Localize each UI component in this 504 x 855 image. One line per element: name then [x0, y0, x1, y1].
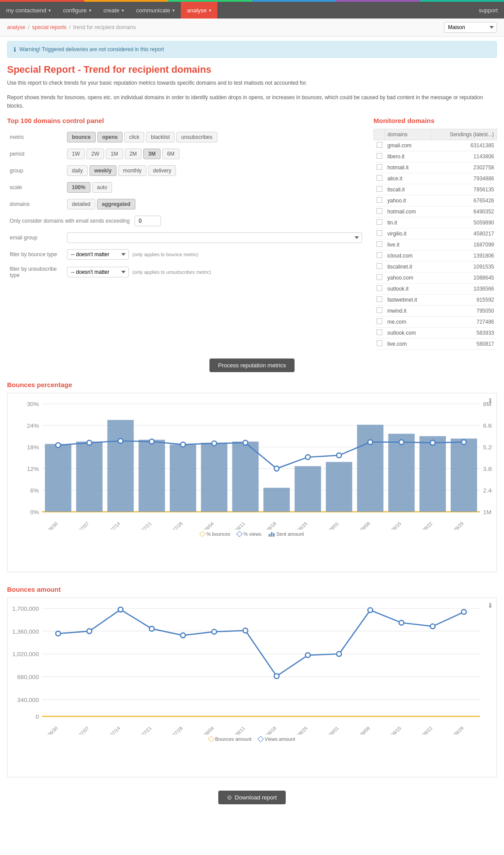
- domain-checkbox-cell[interactable]: [374, 239, 385, 250]
- svg-point-84: [368, 608, 373, 612]
- domain-checkbox-cell[interactable]: [374, 162, 385, 173]
- svg-text:680,000: 680,000: [17, 674, 39, 680]
- period-row: period 1W 2W 1M 2M 3M 6M: [7, 146, 365, 162]
- domain-checkbox-cell[interactable]: [374, 140, 385, 151]
- domains-btn-aggregated[interactable]: aggregated: [97, 199, 135, 209]
- domain-checkbox-cell[interactable]: [374, 327, 385, 338]
- period-btn-2w[interactable]: 2W: [86, 149, 104, 159]
- svg-point-41: [306, 455, 310, 459]
- nav-analyse[interactable]: analyse ▾: [181, 2, 217, 19]
- process-reputation-button[interactable]: Process reputation metrics: [209, 358, 295, 372]
- period-btn-3m[interactable]: 3M: [143, 149, 161, 159]
- svg-text:1,020,000: 1,020,000: [12, 651, 39, 658]
- scale-label: scale: [7, 179, 64, 196]
- metric-btn-blacklist[interactable]: blacklist: [146, 132, 175, 142]
- chart1-download-icon[interactable]: ⬇: [487, 397, 493, 405]
- unsub-filter-row-inner: -- doesn't matter (only applies to unsub…: [67, 267, 362, 277]
- domain-checkbox-cell[interactable]: [374, 195, 385, 206]
- period-btn-2m[interactable]: 2M: [125, 149, 142, 159]
- nav-configure[interactable]: configure ▾: [57, 2, 97, 19]
- metric-btn-click[interactable]: click: [124, 132, 144, 142]
- domain-checkbox-cell[interactable]: [374, 272, 385, 283]
- svg-point-87: [462, 609, 467, 614]
- exceeding-input[interactable]: [134, 216, 161, 226]
- group-btn-weekly[interactable]: weekly: [90, 165, 116, 176]
- period-btn-6m[interactable]: 6M: [162, 149, 179, 159]
- domain-name: hotmail.com: [385, 206, 431, 217]
- metric-btn-bounce[interactable]: bounce: [67, 132, 96, 142]
- domains-btn-detailed[interactable]: detailed: [67, 199, 95, 209]
- metric-btn-unsubscribes[interactable]: unsubscribes: [176, 132, 217, 142]
- domain-name: libero.it: [385, 151, 431, 162]
- nav-create[interactable]: create ▾: [97, 2, 130, 19]
- domain-checkbox-cell[interactable]: [374, 338, 385, 349]
- svg-text:2024/06/24 - 2024/06/30: 2024/06/24 - 2024/06/30: [18, 520, 59, 530]
- domain-checkbox-cell[interactable]: [374, 316, 385, 327]
- group-btn-delivery[interactable]: delivery: [148, 165, 176, 176]
- domain-sendings: 63141385: [431, 140, 497, 151]
- download-report-button[interactable]: ⊙ Download report: [218, 791, 285, 804]
- svg-rect-20: [76, 441, 103, 512]
- domain-name: yahoo.com: [385, 272, 431, 283]
- domain-checkbox-cell[interactable]: [374, 305, 385, 316]
- list-item: hotmail.it 2302758: [374, 162, 497, 173]
- period-btn-1w[interactable]: 1W: [67, 149, 85, 159]
- domains-table-header: domains Sendings (latest...): [374, 129, 497, 140]
- domain-checkbox-cell[interactable]: [374, 250, 385, 261]
- breadcrumb-analyse[interactable]: analyse: [7, 24, 25, 30]
- domain-checkbox-cell[interactable]: [374, 228, 385, 239]
- metric-btn-opens[interactable]: opens: [97, 132, 123, 142]
- nav-support[interactable]: support: [473, 2, 504, 19]
- legend-sent-amount-label: Sent amount: [276, 531, 304, 537]
- bounces-percentage-section: Bounces percentage ⬇ 0% 6% 12% 18% 24% 3…: [7, 381, 497, 572]
- group-label: group: [7, 162, 64, 179]
- svg-rect-31: [419, 436, 446, 512]
- scale-btn-100[interactable]: 100%: [67, 182, 90, 193]
- list-item: tin.it 5059890: [374, 217, 497, 228]
- scale-row: scale 100% auto: [7, 179, 365, 196]
- svg-point-37: [181, 442, 186, 447]
- domain-checkbox-cell[interactable]: [374, 173, 385, 184]
- nav-mycontactsend[interactable]: my contactsend ▾: [0, 2, 57, 19]
- breadcrumb-bar: analyse / special reports / trend for re…: [0, 19, 504, 37]
- domain-name: live.com: [385, 338, 431, 349]
- svg-text:2024/06/24 - 2024/06/30: 2024/06/24 - 2024/06/30: [18, 725, 59, 735]
- domain-checkbox-cell[interactable]: [374, 283, 385, 294]
- email-group-select[interactable]: [67, 232, 362, 243]
- scale-btn-auto[interactable]: auto: [92, 182, 112, 193]
- domain-name: live.it: [385, 239, 431, 250]
- unsub-filter-control: -- doesn't matter (only applies to unsub…: [64, 263, 365, 281]
- period-btn-1m[interactable]: 1M: [106, 149, 123, 159]
- chart2-download-icon[interactable]: ⬇: [487, 601, 493, 610]
- svg-text:0: 0: [36, 713, 39, 720]
- scale-btn-group: 100% auto: [67, 182, 362, 193]
- domain-checkbox-cell[interactable]: [374, 151, 385, 162]
- domain-name: icloud.com: [385, 250, 431, 261]
- chart1-title: Bounces percentage: [7, 381, 497, 388]
- org-select[interactable]: Maison: [444, 22, 497, 33]
- bounce-type-select[interactable]: -- doesn't matter: [67, 249, 129, 260]
- process-btn-row: Process reputation metrics: [7, 358, 497, 372]
- domains-sendings-col: Sendings (latest...): [431, 129, 497, 140]
- domain-sendings: 727486: [431, 316, 497, 327]
- svg-point-45: [430, 440, 435, 445]
- legend-pct-views: % views: [237, 531, 261, 537]
- domain-checkbox-cell[interactable]: [374, 206, 385, 217]
- domain-checkbox-cell[interactable]: [374, 217, 385, 228]
- group-btn-daily[interactable]: daily: [67, 165, 88, 176]
- domain-checkbox-cell[interactable]: [374, 294, 385, 305]
- list-item: fastwebnet.it 915592: [374, 294, 497, 305]
- group-btn-monthly[interactable]: monthly: [118, 165, 146, 176]
- legend-diamond-views-icon: [258, 736, 264, 742]
- svg-point-82: [306, 653, 310, 657]
- list-item: me.com 727486: [374, 316, 497, 327]
- nav-communicate[interactable]: communicate ▾: [130, 2, 181, 19]
- svg-point-33: [56, 443, 60, 448]
- domain-checkbox-cell[interactable]: [374, 261, 385, 272]
- svg-rect-29: [357, 425, 384, 512]
- unsub-type-select[interactable]: -- doesn't matter: [67, 267, 129, 277]
- chevron-down-icon: ▾: [49, 8, 51, 13]
- list-item: alice.it 7934886: [374, 173, 497, 184]
- breadcrumb-special-reports[interactable]: special reports: [32, 24, 67, 30]
- domain-checkbox-cell[interactable]: [374, 184, 385, 195]
